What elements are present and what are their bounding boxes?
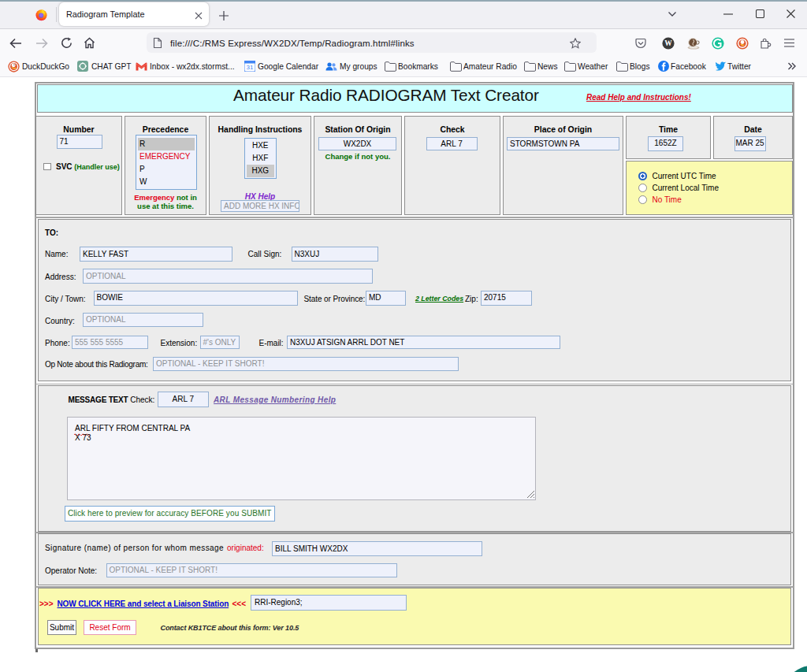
svg-text:W: W: [664, 39, 672, 47]
svg-text:31: 31: [247, 64, 254, 71]
